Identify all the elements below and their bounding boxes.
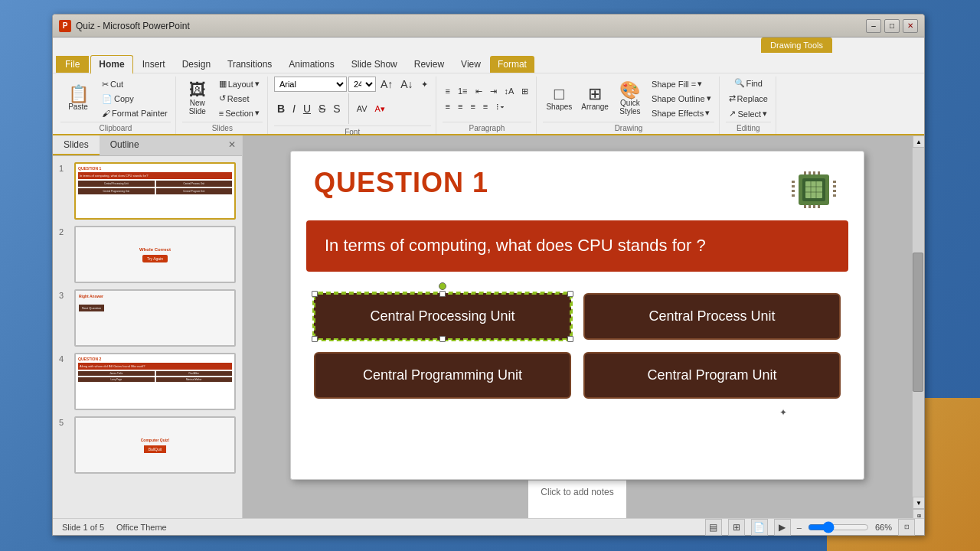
title-bar: P Quiz - Microsoft PowerPoint – □ ✕ bbox=[53, 15, 924, 37]
section-button[interactable]: ≡ Section ▾ bbox=[216, 106, 263, 119]
handle-bm bbox=[439, 336, 446, 342]
answer-text-4: Central Program Unit bbox=[647, 367, 776, 383]
tab-view[interactable]: View bbox=[453, 56, 488, 73]
paste-button[interactable]: 📋 Paste bbox=[60, 84, 96, 112]
panel-tabs: Slides Outline ✕ bbox=[53, 135, 242, 156]
paste-icon: 📋 bbox=[68, 86, 89, 103]
replace-button[interactable]: ⇄ Replace bbox=[726, 92, 771, 105]
shapes-button[interactable]: □ Shapes bbox=[543, 84, 575, 112]
slide-thumbnail-1[interactable]: 1 QUESTION 1 In terms of computing, what… bbox=[59, 162, 236, 220]
decrease-font-button[interactable]: A↓ bbox=[397, 77, 416, 92]
bold-button[interactable]: B bbox=[274, 101, 288, 116]
find-button[interactable]: 🔍 Find bbox=[731, 77, 766, 90]
underline-button[interactable]: U bbox=[300, 101, 314, 116]
reset-button[interactable]: ↺ Reset bbox=[216, 92, 263, 105]
ribbon: File Home Insert Design Transitions Anim… bbox=[53, 53, 924, 135]
align-left-button[interactable]: ≡ bbox=[443, 100, 453, 112]
canvas-area[interactable]: QUESTION 1 bbox=[243, 135, 912, 518]
slide-number-1: 1 bbox=[59, 162, 70, 220]
slide-thumbnail-3[interactable]: 3 Right Answer Next Question bbox=[59, 289, 236, 347]
answer-button-4[interactable]: Central Program Unit bbox=[583, 352, 841, 399]
font-size-select[interactable]: 24 bbox=[348, 77, 376, 92]
bullets-button[interactable]: ≡ bbox=[443, 85, 453, 97]
panel-tab-slides[interactable]: Slides bbox=[53, 135, 100, 155]
tab-design[interactable]: Design bbox=[175, 56, 218, 73]
panel-tab-outline[interactable]: Outline bbox=[100, 135, 150, 155]
slide-thumbnail-2[interactable]: 2 Whole Correct Try Again bbox=[59, 226, 236, 283]
reading-view-button[interactable]: 📄 bbox=[751, 519, 768, 536]
scroll-down-button[interactable]: ▼ bbox=[913, 497, 924, 509]
zoom-fit-button[interactable]: ⊡ bbox=[898, 519, 915, 536]
canvas-wrapper: QUESTION 1 bbox=[243, 135, 924, 518]
decrease-indent-button[interactable]: ⇤ bbox=[472, 85, 485, 98]
tab-animations[interactable]: Animations bbox=[281, 56, 341, 73]
scroll-up-button[interactable]: ▲ bbox=[913, 135, 924, 148]
clipboard-label: Clipboard bbox=[60, 122, 171, 134]
tab-format[interactable]: Format bbox=[490, 56, 534, 73]
tab-transitions[interactable]: Transitions bbox=[220, 56, 279, 73]
shape-effects-button[interactable]: Shape Effects ▾ bbox=[648, 106, 714, 119]
ribbon-tabs: File Home Insert Design Transitions Anim… bbox=[53, 53, 924, 73]
normal-view-button[interactable]: ▤ bbox=[705, 519, 722, 536]
close-button[interactable]: ✕ bbox=[903, 19, 918, 33]
arrange-button[interactable]: ⊞ Arrange bbox=[578, 84, 612, 112]
text-direction-button[interactable]: ↕A bbox=[501, 85, 518, 97]
maximize-button[interactable]: □ bbox=[884, 19, 900, 33]
tab-slideshow[interactable]: Slide Show bbox=[344, 56, 405, 73]
columns-button[interactable]: ⫶▾ bbox=[492, 100, 508, 112]
slide-thumbnail-4[interactable]: 4 QUESTION 2 Along with whom did Bill Ga… bbox=[59, 353, 236, 410]
shape-outline-button[interactable]: Shape Outline ▾ bbox=[648, 92, 714, 105]
panel-close-button[interactable]: ✕ bbox=[222, 135, 242, 155]
italic-button[interactable]: I bbox=[289, 101, 299, 116]
question-banner: In terms of computing, what does CPU sta… bbox=[306, 220, 848, 272]
select-button[interactable]: ↗ Select ▾ bbox=[726, 107, 770, 120]
font-name-select[interactable]: Arial bbox=[274, 77, 347, 92]
answer-button-2[interactable]: Central Process Unit bbox=[583, 293, 841, 340]
answer-button-3[interactable]: Central Programming Unit bbox=[314, 352, 571, 399]
clear-format-button[interactable]: ✦ bbox=[418, 78, 431, 91]
svg-rect-13 bbox=[792, 190, 795, 192]
notes-placeholder[interactable]: Click to add notes bbox=[541, 487, 613, 497]
strikethrough-button[interactable]: S bbox=[315, 101, 328, 116]
tab-home[interactable]: Home bbox=[90, 55, 132, 74]
justify-button[interactable]: ≡ bbox=[480, 100, 491, 112]
thumb4-ans1: James Trelis bbox=[78, 371, 155, 376]
copy-button[interactable]: 📄 Copy bbox=[99, 93, 171, 106]
notes-area[interactable]: Click to add notes bbox=[528, 480, 626, 518]
arrange-icon: ⊞ bbox=[588, 86, 602, 103]
font-row1: Arial 24 A↑ A↓ ✦ bbox=[274, 77, 431, 92]
layout-button[interactable]: ▦ Layout ▾ bbox=[216, 77, 263, 90]
scroll-thumb-v[interactable] bbox=[913, 253, 923, 392]
tab-review[interactable]: Review bbox=[407, 56, 452, 73]
drawing-tools-tab[interactable]: Drawing Tools bbox=[761, 37, 832, 53]
slide-thumbnail-5[interactable]: 5 Computer Quiz! BallQuit bbox=[59, 416, 236, 474]
align-right-button[interactable]: ≡ bbox=[467, 100, 478, 112]
slide-sorter-button[interactable]: ⊞ bbox=[728, 519, 745, 536]
slideshow-button[interactable]: ▶ bbox=[774, 519, 791, 536]
scroll-track-v[interactable] bbox=[913, 148, 924, 497]
char-spacing-button[interactable]: AV bbox=[354, 103, 371, 115]
convert-to-smartart-button[interactable]: ⊞ bbox=[518, 85, 531, 98]
scroll-zoom-button[interactable]: ⊞ bbox=[913, 509, 924, 518]
minimize-button[interactable]: – bbox=[866, 19, 881, 33]
tab-insert[interactable]: Insert bbox=[135, 56, 173, 73]
rotation-handle[interactable] bbox=[439, 282, 446, 290]
zoom-slider[interactable] bbox=[808, 521, 869, 533]
shape-fill-button[interactable]: Shape Fill = ▾ bbox=[648, 77, 714, 90]
new-slide-button[interactable]: 🖼 New Slide bbox=[182, 80, 213, 117]
question-title: QUESTION 1 bbox=[314, 167, 488, 199]
increase-font-button[interactable]: A↑ bbox=[377, 77, 396, 92]
thumb1-ans2: Central Process Unit bbox=[156, 181, 233, 187]
vertical-scrollbar[interactable]: ▲ ▼ ⊞ ▼ bbox=[912, 135, 924, 518]
answer-button-1[interactable]: Central Processing Unit bbox=[314, 293, 571, 340]
tab-file[interactable]: File bbox=[56, 56, 89, 73]
numbering-button[interactable]: 1≡ bbox=[455, 85, 471, 97]
cut-button[interactable]: ✂ Cut bbox=[99, 78, 171, 91]
shapes-icon: □ bbox=[554, 86, 564, 103]
format-painter-button[interactable]: 🖌 Format Painter bbox=[99, 107, 171, 119]
align-center-button[interactable]: ≡ bbox=[455, 100, 466, 112]
increase-indent-button[interactable]: ⇥ bbox=[487, 85, 500, 98]
shadow-button[interactable]: S bbox=[330, 101, 343, 116]
quick-styles-button[interactable]: 🎨 Quick Styles bbox=[615, 80, 645, 117]
font-color-button[interactable]: A▾ bbox=[372, 103, 388, 116]
